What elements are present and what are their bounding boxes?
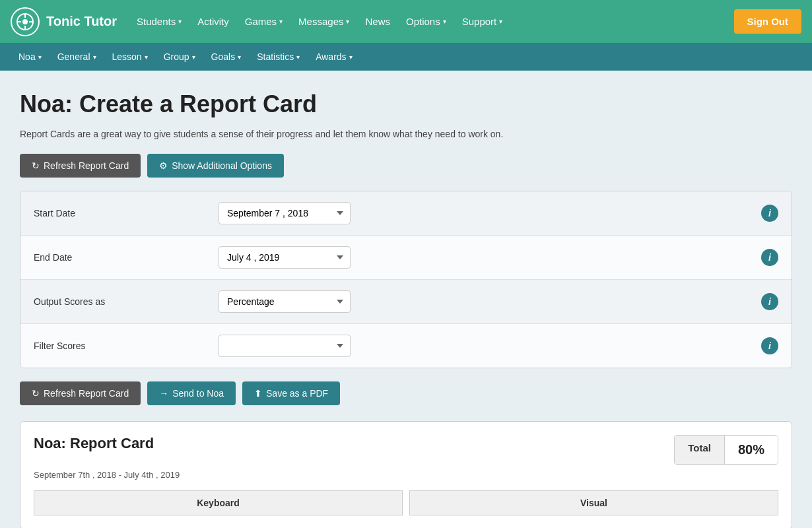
output-scores-info-icon[interactable]: i [761, 293, 778, 310]
show-additional-options-button[interactable]: ⚙ Show Additional Options [147, 154, 284, 178]
svg-point-1 [22, 19, 28, 24]
report-card-title-area: Noa: Report Card [34, 435, 154, 452]
nav-news[interactable]: News [358, 11, 397, 32]
bottom-button-row: ↻ Refresh Report Card → Send to Noa ⬆ Sa… [20, 381, 792, 405]
top-button-row: ↻ Refresh Report Card ⚙ Show Additional … [20, 154, 792, 178]
filter-scores-row: Filter Scores All Passing Failing i [20, 324, 792, 368]
nav-options[interactable]: Options ▾ [399, 11, 453, 32]
subnav-noa[interactable]: Noa ▾ [11, 48, 50, 66]
subnav-goals[interactable]: Goals ▾ [203, 48, 250, 66]
top-nav-links: Students ▾ Activity Games ▾ Messages ▾ N… [130, 11, 733, 32]
general-dropdown-arrow: ▾ [93, 53, 96, 61]
refresh-report-card-button-bottom[interactable]: ↻ Refresh Report Card [20, 381, 141, 405]
nav-messages[interactable]: Messages ▾ [292, 11, 356, 32]
nav-students[interactable]: Students ▾ [130, 11, 188, 32]
gear-icon: ⚙ [159, 160, 168, 171]
start-date-info-icon[interactable]: i [761, 205, 778, 222]
report-card-title: Noa: Report Card [34, 435, 154, 452]
subnav-lesson[interactable]: Lesson ▾ [104, 48, 156, 66]
report-card-header: Noa: Report Card Total 80% [34, 435, 778, 465]
nav-support[interactable]: Support ▾ [456, 11, 510, 32]
send-icon: → [159, 388, 168, 399]
sign-out-button[interactable]: Sign Out [734, 9, 802, 34]
start-date-row: Start Date September 7 , 2018 October 1 … [20, 191, 792, 236]
end-date-label: End Date [34, 252, 219, 263]
filter-scores-info-icon[interactable]: i [761, 337, 778, 354]
lesson-dropdown-arrow: ▾ [145, 53, 148, 61]
end-date-control: July 4 , 2019 June 1 , 2019 i [219, 246, 778, 269]
output-scores-select[interactable]: Percentage Raw Score Letter Grade [219, 290, 351, 313]
refresh-report-card-button-top[interactable]: ↻ Refresh Report Card [20, 154, 141, 178]
send-to-noa-button[interactable]: → Send to Noa [147, 381, 236, 405]
students-dropdown-arrow: ▾ [178, 18, 182, 25]
noa-dropdown-arrow: ▾ [38, 53, 42, 61]
report-table-columns: Keyboard Visual [34, 490, 778, 515]
sub-navigation: Noa ▾ General ▾ Lesson ▾ Group ▾ Goals ▾… [0, 43, 812, 71]
subnav-statistics[interactable]: Statistics ▾ [249, 48, 308, 66]
main-content: Noa: Create a Report Card Report Cards a… [0, 71, 812, 528]
page-title: Noa: Create a Report Card [20, 90, 792, 118]
subnav-general[interactable]: General ▾ [50, 48, 104, 66]
output-scores-row: Output Scores as Percentage Raw Score Le… [20, 280, 792, 324]
report-col-keyboard: Keyboard [34, 490, 403, 515]
output-scores-control: Percentage Raw Score Letter Grade i [219, 290, 778, 313]
logo-icon [11, 7, 40, 36]
total-label: Total [675, 436, 725, 464]
report-date-range: September 7th , 2018 - July 4th , 2019 [34, 470, 778, 480]
total-box: Total 80% [674, 435, 778, 465]
refresh-icon-top: ↻ [32, 160, 40, 171]
output-scores-label: Output Scores as [34, 296, 219, 307]
messages-dropdown-arrow: ▾ [346, 18, 349, 25]
group-dropdown-arrow: ▾ [192, 53, 195, 61]
end-date-info-icon[interactable]: i [761, 249, 778, 266]
top-navigation: Tonic Tutor Students ▾ Activity Games ▾ … [0, 0, 812, 43]
refresh-icon-bottom: ↻ [32, 388, 40, 399]
report-card-form: Start Date September 7 , 2018 October 1 … [20, 191, 792, 368]
start-date-control: September 7 , 2018 October 1 , 2018 i [219, 202, 778, 224]
subnav-awards[interactable]: Awards ▾ [308, 48, 360, 66]
nav-games[interactable]: Games ▾ [238, 11, 289, 32]
goals-dropdown-arrow: ▾ [238, 53, 241, 61]
pdf-icon: ⬆ [254, 388, 262, 399]
awards-dropdown-arrow: ▾ [349, 53, 353, 61]
nav-activity[interactable]: Activity [191, 11, 236, 32]
start-date-select[interactable]: September 7 , 2018 October 1 , 2018 [219, 202, 351, 224]
subnav-group[interactable]: Group ▾ [156, 48, 203, 66]
app-name: Tonic Tutor [46, 14, 117, 29]
report-card-preview: Noa: Report Card Total 80% September 7th… [20, 421, 792, 528]
end-date-select[interactable]: July 4 , 2019 June 1 , 2019 [219, 246, 351, 269]
report-col-visual: Visual [409, 490, 778, 515]
page-description: Report Cards are a great way to give stu… [20, 129, 792, 139]
save-as-pdf-button[interactable]: ⬆ Save as a PDF [242, 381, 340, 405]
support-dropdown-arrow: ▾ [499, 18, 502, 25]
statistics-dropdown-arrow: ▾ [296, 53, 300, 61]
logo-area[interactable]: Tonic Tutor [11, 7, 117, 36]
end-date-row: End Date July 4 , 2019 June 1 , 2019 i [20, 236, 792, 280]
start-date-label: Start Date [34, 208, 219, 218]
total-value: 80% [725, 436, 778, 464]
games-dropdown-arrow: ▾ [279, 18, 283, 25]
filter-scores-control: All Passing Failing i [219, 335, 778, 357]
filter-scores-select[interactable]: All Passing Failing [219, 335, 351, 357]
filter-scores-label: Filter Scores [34, 341, 219, 351]
options-dropdown-arrow: ▾ [443, 18, 446, 25]
